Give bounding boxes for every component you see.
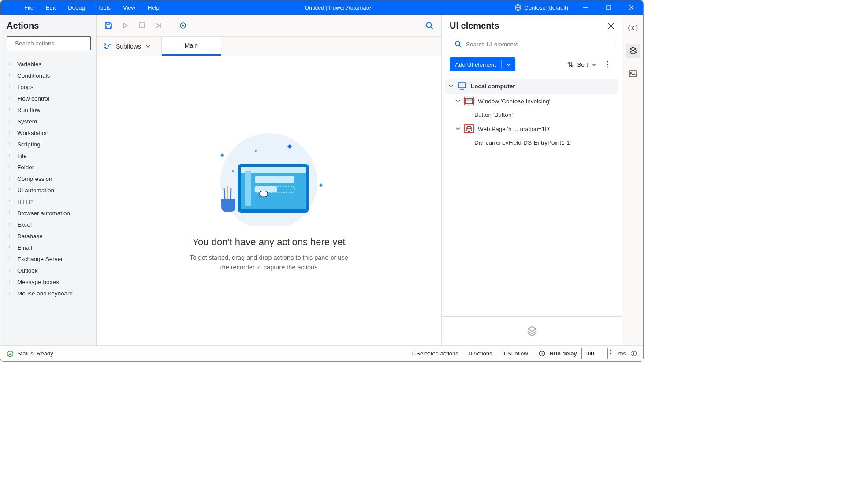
- action-category-label: Flow control: [17, 95, 49, 102]
- action-category[interactable]: 〉System: [7, 116, 91, 127]
- sort-button[interactable]: Sort: [565, 61, 599, 68]
- chevron-right-icon: 〉: [8, 233, 13, 239]
- run-button[interactable]: [118, 18, 133, 33]
- minimize-button[interactable]: [575, 0, 596, 15]
- status-ok-icon: [7, 350, 14, 357]
- maximize-button[interactable]: [598, 0, 618, 15]
- ui-elements-footer: [442, 316, 622, 345]
- flow-canvas[interactable]: You don't have any actions here yet To g…: [97, 56, 441, 345]
- run-delay-input[interactable]: [581, 348, 608, 359]
- svg-rect-43: [466, 98, 473, 104]
- menu-tools[interactable]: Tools: [91, 1, 117, 14]
- close-panel-button[interactable]: [608, 23, 614, 29]
- search-flow-button[interactable]: [422, 18, 437, 33]
- action-category[interactable]: 〉Email: [7, 242, 91, 253]
- images-pane-button[interactable]: [626, 67, 640, 81]
- action-category[interactable]: 〉HTTP: [7, 196, 91, 207]
- svg-point-15: [426, 22, 431, 27]
- menu-help[interactable]: Help: [142, 1, 166, 14]
- run-delay-unit: ms: [618, 350, 626, 357]
- run-delay-label: Run delay: [550, 350, 577, 357]
- search-ui-elements-field[interactable]: [466, 41, 609, 48]
- action-category[interactable]: 〉Message boxes: [7, 276, 91, 288]
- info-icon[interactable]: [630, 350, 637, 357]
- chevron-right-icon: 〉: [8, 176, 13, 182]
- close-button[interactable]: [621, 0, 641, 15]
- tree-node-webpage[interactable]: Web Page 'h ... uration=1D': [445, 121, 618, 136]
- svg-point-54: [633, 352, 634, 352]
- search-actions-field[interactable]: [15, 40, 89, 47]
- recorder-button[interactable]: [175, 18, 190, 33]
- tree-node-window-label: Window 'Contoso Invoicing': [478, 98, 550, 105]
- tree-root-label: Local computer: [471, 83, 515, 90]
- svg-point-39: [607, 67, 608, 68]
- add-ui-element-label: Add UI element: [450, 61, 501, 68]
- run-next-button[interactable]: [151, 18, 166, 33]
- action-category[interactable]: 〉Loops: [7, 81, 91, 93]
- action-category[interactable]: 〉File: [7, 150, 91, 161]
- actions-count: 0 Actions: [469, 350, 492, 357]
- tree-node-window[interactable]: Window 'Contoso Invoicing': [445, 94, 618, 108]
- search-icon: [454, 41, 462, 48]
- action-category[interactable]: 〉Variables: [7, 58, 91, 70]
- tree-root-local-computer[interactable]: Local computer: [445, 79, 618, 94]
- environment-selector[interactable]: Contoso (default): [510, 4, 573, 11]
- empty-canvas-illustration: [203, 129, 335, 226]
- action-category[interactable]: 〉Run flow: [7, 104, 91, 116]
- action-category[interactable]: 〉Conditionals: [7, 70, 91, 81]
- ui-elements-pane-button[interactable]: [626, 44, 640, 58]
- action-category[interactable]: 〉Flow control: [7, 93, 91, 104]
- action-category[interactable]: 〉Scripting: [7, 138, 91, 150]
- chevron-right-icon: 〉: [8, 187, 13, 193]
- action-category[interactable]: 〉Database: [7, 230, 91, 242]
- action-category[interactable]: 〉Browser automation: [7, 207, 91, 219]
- menu-file[interactable]: File: [18, 1, 40, 14]
- selected-actions-count: 0 Selected actions: [412, 350, 458, 357]
- menu-edit[interactable]: Edit: [40, 1, 62, 14]
- computer-icon: [458, 82, 466, 90]
- more-options-button[interactable]: [601, 61, 614, 68]
- add-ui-element-button[interactable]: Add UI element: [450, 57, 515, 71]
- subflows-dropdown[interactable]: Subflows: [97, 37, 162, 56]
- action-category-label: Exchange Server: [17, 256, 63, 262]
- action-category[interactable]: 〉Workstation: [7, 127, 91, 138]
- tree-leaf-div[interactable]: Div 'currencyField-DS-EntryPoint1-1': [445, 136, 618, 149]
- action-category[interactable]: 〉Folder: [7, 161, 91, 173]
- action-category-label: Compression: [17, 176, 52, 182]
- svg-point-35: [455, 41, 460, 46]
- variables-pane-button[interactable]: {x}: [626, 21, 640, 35]
- chevron-down-icon: [592, 63, 596, 66]
- empty-heading: You don't have any actions here yet: [192, 236, 345, 248]
- action-category[interactable]: 〉Mouse and keyboard: [7, 288, 91, 299]
- menu-debug[interactable]: Debug: [62, 1, 91, 14]
- add-ui-element-dropdown[interactable]: [502, 63, 515, 66]
- svg-rect-11: [140, 23, 145, 28]
- tab-main[interactable]: Main: [162, 37, 221, 56]
- search-actions-input[interactable]: [7, 36, 91, 50]
- svg-point-31: [232, 170, 234, 172]
- action-category[interactable]: 〉UI automation: [7, 184, 91, 196]
- search-ui-elements-input[interactable]: [450, 37, 614, 51]
- action-category[interactable]: 〉Exchange Server: [7, 253, 91, 265]
- chevron-down-icon: [506, 63, 511, 66]
- stop-button[interactable]: [134, 18, 149, 33]
- sort-icon: [567, 61, 574, 67]
- action-category-label: Conditionals: [17, 72, 50, 79]
- window-title: Untitled | Power Automate: [166, 4, 510, 11]
- action-category[interactable]: 〉Excel: [7, 219, 91, 230]
- tree-leaf-button[interactable]: Button 'Button': [445, 108, 618, 121]
- action-category-label: Folder: [17, 164, 34, 171]
- svg-point-30: [255, 150, 257, 152]
- save-button[interactable]: [101, 18, 116, 33]
- menu-view[interactable]: View: [117, 1, 142, 14]
- run-delay-spinner[interactable]: ▲▼: [608, 348, 614, 359]
- action-category[interactable]: 〉Outlook: [7, 265, 91, 276]
- tree-leaf-button-label: Button 'Button': [474, 112, 513, 118]
- action-category-label: Scripting: [17, 141, 41, 148]
- globe-icon: [514, 4, 522, 11]
- action-category[interactable]: 〉Compression: [7, 173, 91, 184]
- chevron-right-icon: 〉: [8, 290, 13, 296]
- chevron-right-icon: 〉: [8, 210, 13, 216]
- svg-rect-24: [255, 176, 294, 183]
- svg-point-38: [607, 64, 608, 65]
